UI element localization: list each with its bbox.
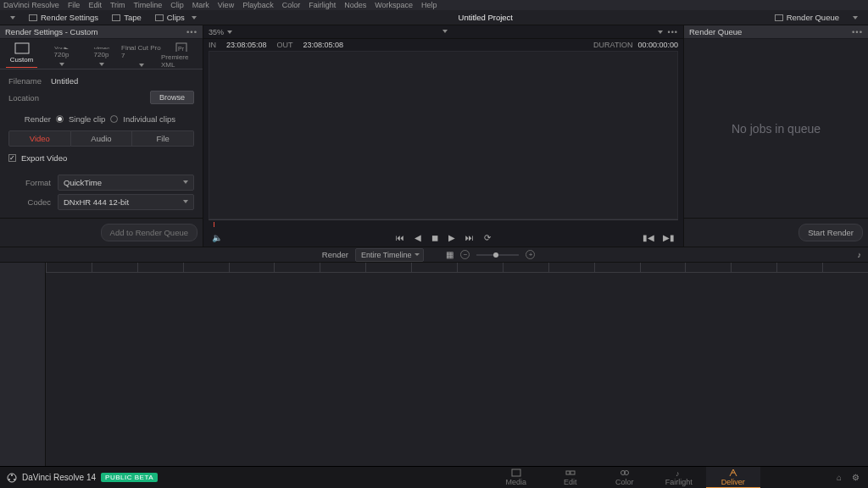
clips-label: Clips (167, 13, 185, 22)
format-row: Format QuickTime (0, 173, 203, 192)
menu-nodes[interactable]: Nodes (344, 1, 366, 9)
viewer-screen[interactable] (209, 51, 678, 219)
menu-app[interactable]: DaVinci Resolve (3, 1, 59, 9)
menu-bar: DaVinci Resolve File Edit Trim Timeline … (0, 0, 868, 10)
render-label: Render (8, 114, 51, 124)
timeline-toolbar: Render Entire Timeline ▦ − + ♪ (0, 247, 868, 263)
codec-label: Codec (8, 197, 51, 207)
first-frame-button[interactable]: ⏮ (396, 233, 404, 242)
export-video-checkbox[interactable]: ✓ (8, 154, 16, 162)
format-select[interactable]: QuickTime (58, 175, 194, 191)
next-clip-button[interactable]: ▶▮ (663, 233, 675, 242)
play-button[interactable]: ▶ (448, 233, 455, 242)
zoom-out-button[interactable]: − (460, 250, 470, 259)
chevron-down-icon[interactable] (442, 30, 448, 36)
menu-mark[interactable]: Mark (192, 1, 209, 9)
premiere-icon: Pr (174, 42, 189, 52)
preset-fcp[interactable]: Final Cut Pro 7 (121, 42, 161, 69)
tape-button[interactable]: Tape (105, 10, 148, 25)
render-queue-button[interactable]: Render Queue (768, 10, 846, 25)
tab-audio[interactable]: Audio (71, 130, 133, 147)
toolbar-dropdown-left[interactable] (3, 10, 22, 25)
mute-button[interactable]: 🔈 (212, 233, 222, 242)
page-color[interactable]: Color (598, 467, 652, 488)
queue-empty-text: No jobs in queue (684, 39, 868, 218)
svg-point-11 (8, 479, 10, 480)
render-queue-icon (775, 14, 783, 21)
last-frame-button[interactable]: ⏭ (465, 233, 474, 242)
render-settings-label: Render Settings (41, 13, 98, 22)
prev-clip-button[interactable]: ▮◀ (643, 233, 654, 242)
tab-video[interactable]: Video (8, 130, 71, 147)
render-settings-button[interactable]: Render Settings (22, 10, 105, 25)
stop-button[interactable]: ◼ (431, 233, 438, 242)
preset-custom[interactable]: Custom (2, 42, 42, 69)
menu-view[interactable]: View (218, 1, 234, 9)
viewer-header: 35% ••• (203, 25, 683, 39)
add-to-render-queue-button[interactable]: Add to Render Queue (101, 224, 198, 241)
menu-fairlight[interactable]: Fairlight (309, 1, 336, 9)
preset-youtube[interactable]: You▶720p (42, 42, 81, 69)
menu-edit[interactable]: Edit (88, 1, 102, 9)
menu-help[interactable]: Help (421, 1, 437, 9)
render-settings-title: Render Settings - Custom (5, 27, 97, 36)
render-queue-title: Render Queue (689, 27, 742, 36)
scrub-bar[interactable] (209, 219, 678, 228)
timeline-tracks[interactable] (46, 263, 868, 466)
timecode-bar: IN23:08:05:08 OUT23:08:05:08 DURATION00:… (203, 39, 683, 51)
page-deliver[interactable]: Deliver (706, 467, 760, 488)
loop-button[interactable]: ⟳ (484, 233, 491, 242)
project-settings-button[interactable]: ⚙ (852, 473, 860, 482)
in-timecode[interactable]: 23:08:05:08 (226, 41, 267, 49)
page-label: Fairlight (665, 478, 693, 486)
render-settings-panel: Render Settings - Custom ••• Custom You▶… (0, 25, 203, 247)
viewer-options-button[interactable]: ••• (668, 28, 678, 36)
clips-icon (155, 14, 164, 21)
export-video-row: ✓ Export Video (0, 152, 203, 164)
menu-workspace[interactable]: Workspace (375, 1, 413, 9)
thumbnails-button[interactable]: ▦ (446, 250, 453, 259)
menu-color[interactable]: Color (282, 1, 301, 9)
zoom-value[interactable]: 35% (209, 28, 224, 36)
zoom-in-button[interactable]: + (526, 250, 535, 259)
queue-options-button[interactable]: ••• (852, 27, 863, 36)
start-render-button[interactable]: Start Render (798, 224, 863, 241)
clips-button[interactable]: Clips (148, 10, 203, 25)
home-button[interactable]: ⌂ (837, 473, 842, 482)
browse-button[interactable]: Browse (150, 91, 194, 104)
duration-timecode: 00:00:00:00 (637, 41, 678, 49)
page-edit[interactable]: Edit (543, 467, 598, 488)
panel-options-button[interactable]: ••• (186, 27, 198, 36)
render-range-select[interactable]: Entire Timeline (355, 248, 425, 262)
chevron-down-icon (99, 63, 104, 69)
page-fairlight[interactable]: ♪Fairlight (652, 467, 706, 488)
preset-vimeo[interactable]: vimeo720p (81, 42, 121, 69)
zoom-slider[interactable] (476, 254, 519, 256)
filename-value[interactable]: Untitled (51, 76, 194, 86)
menu-trim[interactable]: Trim (110, 1, 125, 9)
product-name: DaVinci Resolve 14 (22, 473, 96, 482)
tab-file[interactable]: File (132, 130, 194, 147)
codec-select[interactable]: DNxHR 444 12-bit (58, 194, 194, 210)
single-clip-label: Single clip (69, 114, 105, 124)
out-timecode[interactable]: 23:08:05:08 (303, 41, 344, 49)
individual-clips-radio[interactable] (110, 115, 118, 123)
audio-panel-button[interactable]: ♪ (857, 250, 861, 259)
menu-playback[interactable]: Playback (242, 1, 274, 9)
preset-premiere[interactable]: PrPremiere XML (161, 42, 201, 69)
step-back-button[interactable]: ◀ (415, 233, 421, 242)
page-media[interactable]: Media (489, 467, 543, 488)
preset-label: 720p (94, 51, 109, 58)
timeline[interactable] (0, 263, 868, 466)
in-label: IN (209, 41, 216, 49)
toolbar-dropdown-right[interactable] (846, 10, 865, 25)
single-clip-radio[interactable] (56, 115, 64, 123)
svg-text:Pr: Pr (178, 46, 185, 52)
youtube-icon: You▶ (54, 42, 70, 49)
timeline-ruler[interactable] (46, 263, 868, 273)
menu-timeline[interactable]: Timeline (134, 1, 163, 9)
menu-file[interactable]: File (68, 1, 81, 9)
menu-clip[interactable]: Clip (170, 1, 184, 9)
svg-text:▶: ▶ (64, 46, 70, 49)
chevron-down-icon[interactable] (658, 30, 663, 36)
